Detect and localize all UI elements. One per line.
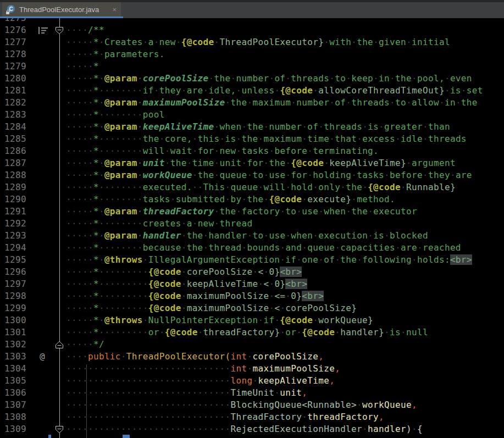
code-line: 1307······························Blocki…: [0, 399, 504, 411]
line-number: 1276: [0, 24, 26, 36]
code-text: ·····*·········{@code·keepAliveTime·<·0}…: [66, 278, 307, 290]
code-line: 1309······························Reject…: [0, 423, 504, 435]
code-text: ·····*·@param·corePoolSize·the·number·of…: [66, 73, 472, 85]
line-number: 1291: [0, 206, 26, 218]
code-text: ····public·ThreadPoolExecutor(int·corePo…: [66, 351, 324, 363]
code-line: 1284·····*·@param·keepAliveTime·when·the…: [0, 121, 504, 133]
ide-window: C ThreadPoolExecutor.java × 12751276····…: [0, 0, 504, 438]
fold-start-marker-icon[interactable]: [55, 26, 64, 38]
line-number: 1277: [0, 36, 26, 48]
code-line: 1280·····*·@param·corePoolSize·the·numbe…: [0, 73, 504, 85]
line-number: 1305: [0, 375, 26, 387]
code-text: ·····*········creates·a·new·thread: [66, 218, 252, 230]
code-line: 1295·····*·@throws·IllegalArgumentExcept…: [0, 254, 504, 266]
code-line: 1285·····*········the·core,·this·is·the·…: [0, 133, 504, 145]
code-text: ·····*·Creates·a·new·{@code·ThreadPoolEx…: [66, 36, 450, 48]
code-line: 1286·····*········will·wait·for·new·task…: [0, 145, 504, 157]
code-text: ·····*·@throws·IllegalArgumentException·…: [66, 254, 472, 266]
line-number: 1298: [0, 290, 26, 302]
code-text: ·····*·········{@code·corePoolSize·<·0}<…: [66, 266, 302, 278]
line-number: 1278: [0, 48, 26, 60]
code-line: 1276····/**: [0, 24, 504, 36]
line-number: 1283: [0, 109, 26, 121]
line-number: 1309: [0, 423, 26, 435]
code-text: ······························TimeUnit·u…: [66, 387, 307, 399]
line-number: 1281: [0, 85, 26, 97]
line-number: 1295: [0, 254, 26, 266]
readonly-lock-icon: [6, 12, 9, 14]
line-number: 1294: [0, 242, 26, 254]
editor-tab-bar: C ThreadPoolExecutor.java ×: [0, 0, 504, 18]
line-number: 1275: [0, 18, 26, 24]
tab-title: ThreadPoolExecutor.java: [19, 5, 99, 14]
code-line: 1296·····*·········{@code·corePoolSize·<…: [0, 266, 504, 278]
line-number: 1306: [0, 387, 26, 399]
code-text: ·····*·@param·maximumPoolSize·the·maximu…: [66, 97, 478, 109]
code-line: 1291·····*·@param·threadFactory·the·fact…: [0, 206, 504, 218]
code-text: ·····*·@throws·NullPointerException·if·{…: [66, 314, 373, 326]
line-number: 1308: [0, 411, 26, 423]
line-number: 1302: [0, 339, 26, 351]
code-text: ·····*········the·core,·this·is·the·maxi…: [66, 133, 467, 145]
code-line: 1289·····*········executed.··This·queue·…: [0, 181, 504, 193]
code-line: 1283·····*········pool: [0, 109, 504, 121]
annotation-at-icon[interactable]: @: [40, 351, 45, 363]
line-number: 1288: [0, 169, 26, 181]
code-rows: 12751276····/**1277·····*·Creates·a·new·…: [0, 18, 504, 435]
code-line: 1288·····*·@param·workQueue·the·queue·to…: [0, 169, 504, 181]
code-line: 1282·····*·@param·maximumPoolSize·the·ma…: [0, 97, 504, 109]
code-text: ·····*········because·the·thread·bounds·…: [66, 242, 461, 254]
code-text: ······························RejectedEx…: [66, 423, 423, 435]
code-text: ······························long·keepA…: [66, 375, 335, 387]
code-text: ·····*·@param·threadFactory·the·factory·…: [66, 206, 417, 218]
code-editor-surface[interactable]: 12751276····/**1277·····*·Creates·a·new·…: [0, 18, 504, 438]
line-number: 1289: [0, 181, 26, 193]
code-text: ·····*········if·they·are·idle,·unless·{…: [66, 85, 483, 97]
code-text: ······························int·maximu…: [66, 363, 340, 375]
code-line: 1300·····*·@throws·NullPointerException·…: [0, 314, 504, 326]
code-line: 1308······························Thread…: [0, 411, 504, 423]
line-number: 1285: [0, 133, 26, 145]
code-line: 1275: [0, 18, 504, 24]
code-line: 1294·····*········because·the·thread·bou…: [0, 242, 504, 254]
code-text: ······························BlockingQu…: [66, 399, 417, 411]
code-text: ·····*/: [66, 339, 104, 351]
line-number: 1284: [0, 121, 26, 133]
code-line: 1302·····*/: [0, 339, 504, 351]
code-text: ·····*·········or·{@code·threadFactory}·…: [66, 326, 428, 339]
fold-start-marker-icon[interactable]: [55, 425, 64, 437]
code-line: 1299·····*·········{@code·maximumPoolSiz…: [0, 302, 504, 314]
code-line: 1293·····*·@param·handler·the·handler·to…: [0, 230, 504, 242]
line-number: 1287: [0, 157, 26, 169]
code-line: 1303@····public·ThreadPoolExecutor(int·c…: [0, 351, 504, 363]
code-text: ·····*········executed.··This·queue·will…: [66, 181, 456, 193]
line-number: 1293: [0, 230, 26, 242]
code-text: ·····*········pool: [66, 109, 165, 121]
java-class-icon: C: [7, 5, 15, 14]
code-text: ·····*·@param·workQueue·the·queue·to·use…: [66, 169, 472, 181]
code-text: ·····*········will·wait·for·new·tasks·be…: [66, 145, 379, 157]
code-line: 1279·····*: [0, 60, 504, 73]
fold-end-marker-icon[interactable]: [55, 340, 64, 352]
tab-close-icon[interactable]: ×: [112, 5, 117, 14]
line-number: 1297: [0, 278, 26, 290]
code-text: ·····*·@param·handler·the·handler·to·use…: [66, 230, 428, 242]
fold-region-line: [59, 18, 60, 438]
code-line: 1297·····*·········{@code·keepAliveTime·…: [0, 278, 504, 290]
bottom-left-fragment: [48, 435, 51, 438]
code-line: 1306······························TimeUn…: [0, 387, 504, 399]
javadoc-lines-icon[interactable]: [38, 26, 48, 38]
line-number: 1290: [0, 193, 26, 206]
line-number: 1280: [0, 73, 26, 85]
code-line: 1298·····*·········{@code·maximumPoolSiz…: [0, 290, 504, 302]
bottom-center-fragment: [123, 435, 130, 438]
line-number: 1279: [0, 60, 26, 73]
code-line: 1281·····*········if·they·are·idle,·unle…: [0, 85, 504, 97]
code-text: ·····*········tasks·submitted·by·the·{@c…: [66, 193, 395, 206]
code-text: ·····*·parameters.: [66, 48, 165, 60]
code-text: ·····*·@param·unit·the·time·unit·for·the…: [66, 157, 456, 169]
tab-threadpoolexecutor[interactable]: C ThreadPoolExecutor.java ×: [2, 2, 121, 16]
code-text: ·····*: [66, 60, 99, 73]
code-line: 1290·····*········tasks·submitted·by·the…: [0, 193, 504, 206]
code-line: 1287·····*·@param·unit·the·time·unit·for…: [0, 157, 504, 169]
